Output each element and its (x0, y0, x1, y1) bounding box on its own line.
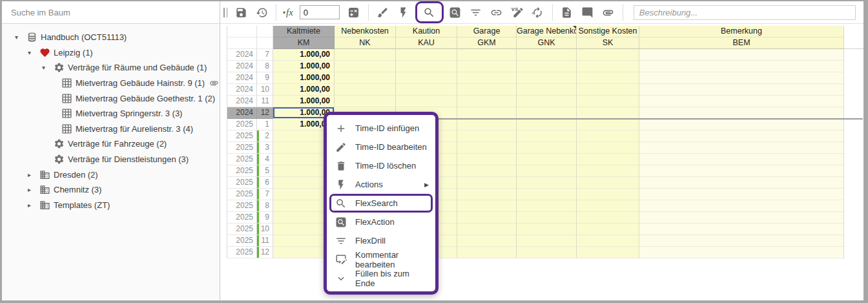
menu-item-kommentar-bearbeiten[interactable]: Kommentar bearbeiten (327, 250, 435, 269)
row-header-year[interactable]: 2024 (227, 72, 257, 84)
column-header-garage[interactable]: Garage (457, 26, 517, 37)
pane-resize-handle[interactable] (223, 8, 227, 17)
grid-cell[interactable] (577, 131, 639, 142)
row-header-year[interactable]: 2025 (227, 119, 257, 131)
grid-cell[interactable] (639, 96, 844, 107)
grid-cell[interactable] (517, 96, 577, 107)
vs-edit-button[interactable]: vs (509, 4, 526, 21)
grid-cell[interactable] (639, 107, 844, 119)
grid-cell[interactable] (517, 84, 577, 96)
row-header-month[interactable]: 3 (257, 142, 273, 154)
grid-cell[interactable] (457, 142, 517, 154)
grid-cell[interactable] (517, 154, 577, 165)
grid-cell[interactable] (517, 247, 577, 258)
flexaction-button[interactable] (447, 4, 464, 21)
row-header-year[interactable]: 2025 (227, 165, 257, 177)
grid-cell[interactable] (457, 200, 517, 212)
tree-item-vertrage-fur-raume-und-gebaude-1[interactable]: ▾Verträge für Räume und Gebäude (1) (2, 60, 220, 76)
grid-cell[interactable] (517, 177, 577, 189)
row-header-month[interactable]: 7 (257, 49, 273, 61)
expand-arrow-icon[interactable]: ▸ (28, 186, 38, 193)
grid-cell[interactable]: 1.000,00 (273, 61, 335, 72)
row-header-month[interactable]: 9 (257, 212, 273, 224)
expand-arrow-icon[interactable]: ▸ (28, 202, 38, 209)
brush-button[interactable] (375, 4, 391, 21)
grid-cell[interactable] (517, 224, 577, 235)
row-header-month[interactable]: 8 (257, 200, 273, 212)
menu-item-time-id-loschen[interactable]: Time-ID löschen (327, 156, 435, 175)
grid-cell[interactable] (457, 131, 517, 142)
tree-item-vertrage-fur-dienstleistungen-3[interactable]: Verträge für Dienstleistungen (3) (2, 152, 220, 167)
grid-cell[interactable] (639, 189, 844, 200)
column-header-sonstige-kosten[interactable]: Sonstige Kosten (577, 26, 639, 37)
refresh-button[interactable]: × (530, 4, 546, 21)
grid-cell[interactable] (457, 189, 517, 200)
tree-search-input[interactable] (10, 7, 212, 18)
column-code-bem[interactable]: BEM (639, 37, 844, 49)
grid-cell[interactable] (457, 154, 517, 165)
grid-cell[interactable] (396, 72, 457, 84)
row-header-year[interactable]: 2024 (227, 49, 257, 61)
row-header-year[interactable]: 2025 (227, 247, 257, 258)
row-header-month[interactable]: 8 (257, 61, 273, 72)
grid-cell[interactable] (577, 247, 639, 258)
grid-cell[interactable] (577, 224, 639, 235)
row-header-month[interactable]: 10 (257, 224, 273, 235)
save-button[interactable] (232, 4, 249, 21)
grid-cell[interactable] (335, 84, 396, 96)
grid-cell[interactable]: 1.000,00 (273, 84, 335, 96)
row-header-month[interactable]: 5 (257, 165, 273, 177)
grid-cell[interactable] (396, 96, 457, 107)
tree-item-mietvertrag-gebaude-hainstr-9-1[interactable]: Mietvertrag Gebäude Hainstr. 9 (1) (2, 76, 220, 91)
grid-cell[interactable] (639, 224, 844, 235)
value-input[interactable] (300, 5, 340, 19)
row-header-year[interactable]: 2025 (227, 200, 257, 212)
grid-cell[interactable] (639, 49, 844, 61)
row-header-month[interactable]: 12 (257, 247, 273, 258)
menu-item-time-id-bearbeiten[interactable]: Time-ID bearbeiten (327, 138, 435, 156)
row-header-year[interactable]: 2024 (227, 107, 257, 119)
grid-cell[interactable] (577, 154, 639, 165)
grid-cell[interactable] (639, 200, 844, 212)
grid-cell[interactable] (517, 165, 577, 177)
grid-cell[interactable] (396, 61, 457, 72)
grid-cell[interactable] (639, 72, 844, 84)
column-header-nebenkosten[interactable]: Nebenkosten (335, 26, 396, 37)
grid-cell[interactable] (457, 61, 517, 72)
row-header-year[interactable]: 2025 (227, 212, 257, 224)
column-header-garage-nebenkosten[interactable]: Garage Nebenkosten (517, 26, 577, 37)
grid-cell[interactable] (639, 212, 844, 224)
grid-cell[interactable] (517, 131, 577, 142)
row-header-month[interactable]: 11 (257, 235, 273, 247)
grid-cell[interactable] (517, 49, 577, 61)
grid-cell[interactable] (517, 61, 577, 72)
menu-item-fullen-bis-zum-ende[interactable]: Füllen bis zum Ende (327, 269, 435, 287)
row-header-year[interactable]: 2025 (227, 189, 257, 200)
flexdrill-button[interactable] (468, 4, 484, 21)
tree-item-templates-zt[interactable]: ▸Templates (ZT) (2, 198, 220, 213)
column-header-kaution[interactable]: Kaution (396, 26, 457, 37)
grid-cell[interactable] (577, 165, 639, 177)
grid-cell[interactable] (577, 200, 639, 212)
grid-cell[interactable] (335, 61, 396, 72)
grid-cell[interactable] (517, 212, 577, 224)
grid-cell[interactable] (639, 131, 844, 142)
grid-cell[interactable] (517, 72, 577, 84)
tree-item-leipzig-1[interactable]: ▾Leipzig (1) (2, 45, 220, 61)
row-header-month[interactable]: 6 (257, 177, 273, 189)
grid-cell[interactable] (457, 96, 517, 107)
row-header-month[interactable]: 11 (257, 96, 273, 107)
flexsearch-button[interactable] (421, 4, 438, 21)
description-input[interactable] (634, 5, 856, 20)
grid-cell[interactable] (577, 72, 639, 84)
grid-cell[interactable] (577, 177, 639, 189)
grid-cell[interactable] (457, 212, 517, 224)
grid-cell[interactable] (577, 142, 639, 154)
grid-cell[interactable] (639, 142, 844, 154)
document-button[interactable] (559, 4, 575, 21)
tree-item-mietvertrag-springerstr-3-3[interactable]: Mietvertrag Springerstr. 3 (3) (2, 106, 220, 121)
grid-cell[interactable] (577, 61, 639, 72)
grid-cell[interactable] (457, 119, 517, 131)
collapse-arrow-icon[interactable]: ▾ (42, 64, 52, 71)
grid-cell[interactable] (457, 247, 517, 258)
